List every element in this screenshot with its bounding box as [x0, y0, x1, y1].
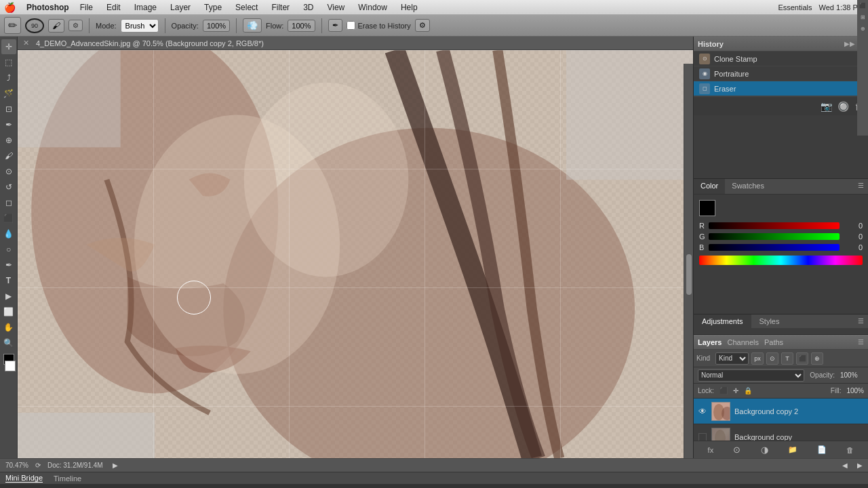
layer-adjustment-btn[interactable]: ◑ [761, 445, 768, 455]
panel-rt-btn1[interactable]: ⬛ [859, 3, 866, 9]
layer-type-filter-btn[interactable]: T [781, 352, 793, 365]
workspace-selector[interactable]: Essentials [778, 3, 812, 12]
menu-select[interactable]: Select [233, 3, 260, 12]
tool-gradient[interactable]: ⬛ [1, 211, 16, 226]
foreground-swatch[interactable] [699, 200, 715, 216]
layer-visibility-bg-copy[interactable] [698, 432, 707, 441]
tool-shape[interactable]: ⬜ [1, 304, 16, 319]
layer-shape-filter-btn[interactable]: ⬛ [796, 352, 808, 365]
opacity-value[interactable]: 100% [203, 20, 230, 32]
background-color[interactable] [5, 361, 16, 371]
tool-eraser[interactable]: ◻ [1, 195, 16, 210]
tool-clone[interactable]: ⊙ [1, 164, 16, 179]
airbrush-toggle[interactable]: 💨 [243, 18, 262, 33]
layer-item-bg-copy[interactable]: Background copy [694, 424, 868, 441]
tool-brush[interactable]: 🖌 [1, 148, 16, 163]
fill-value[interactable]: 100% [846, 387, 864, 394]
brush-settings-btn[interactable]: ⚙ [415, 19, 430, 32]
adjustments-tab[interactable]: Adjustments [694, 314, 751, 328]
brush-size-display[interactable]: 90 [25, 18, 44, 33]
menu-layer[interactable]: Layer [167, 3, 193, 12]
history-item-clone-stamp[interactable]: ⊙ Clone Stamp [694, 52, 868, 66]
menu-3d[interactable]: 3D [300, 3, 316, 12]
layer-delete-btn[interactable]: 🗑 [846, 446, 854, 454]
r-bar[interactable] [709, 222, 840, 229]
layer-item-bg-copy-2[interactable]: 👁 Background copy 2 [694, 399, 868, 424]
flow-value[interactable]: 100% [288, 20, 315, 32]
panel-rt-btn3[interactable]: ⊕ [861, 26, 865, 32]
color-tab-swatches[interactable]: Swatches [725, 179, 771, 194]
b-bar[interactable] [709, 244, 840, 251]
channels-tab[interactable]: Channels [727, 338, 758, 346]
tool-blur[interactable]: 💧 [1, 226, 16, 241]
brush-options[interactable]: ⚙ [68, 20, 83, 31]
status-icon[interactable]: ⟳ [35, 462, 41, 469]
layer-kind-select[interactable]: Kind Name Effect [715, 352, 749, 365]
play-btn[interactable]: ▶ [113, 462, 118, 469]
erase-to-history-checkbox[interactable] [347, 21, 355, 30]
tool-text[interactable]: T [1, 273, 16, 288]
lock-all-btn[interactable]: 🔒 [744, 387, 752, 394]
tool-pen[interactable]: ✒ [1, 258, 16, 272]
menu-filter[interactable]: Filter [269, 3, 292, 12]
vertical-scrollbar[interactable] [684, 64, 693, 458]
scroll-right-btn[interactable]: ▶ [857, 462, 863, 469]
layer-pixel-filter-btn[interactable]: px [751, 352, 764, 365]
history-item-portraiture[interactable]: ◉ Portraiture [694, 66, 868, 81]
menu-edit[interactable]: Edit [104, 3, 123, 12]
tool-icon[interactable]: ✏ [4, 17, 21, 34]
tablet-pressure-btn[interactable]: ✒ [328, 19, 342, 32]
tool-zoom[interactable]: 🔍 [1, 336, 16, 350]
color-panel-menu[interactable]: ☰ [854, 179, 868, 194]
opacity-value[interactable]: 100% [840, 371, 864, 379]
tool-path-select[interactable]: ▶ [1, 289, 16, 304]
history-panel-header[interactable]: History ▶▶ ☰ ⬛ ⊞ ⊕ [694, 37, 868, 52]
layers-panel-menu[interactable]: ☰ [858, 338, 864, 346]
layer-visibility-bg-copy-2[interactable]: 👁 [698, 407, 707, 416]
menu-window[interactable]: Window [355, 3, 390, 12]
history-expand-icon[interactable]: ▶▶ [844, 40, 855, 47]
blend-mode-select[interactable]: Normal Multiply Screen Overlay [698, 369, 804, 382]
tool-heal[interactable]: ⊕ [1, 133, 16, 148]
layer-fx-btn[interactable]: fx [708, 446, 714, 454]
canvas-content[interactable] [18, 50, 693, 458]
lock-move-btn[interactable]: ✛ [733, 387, 738, 394]
tool-dodge[interactable]: ○ [1, 242, 16, 257]
styles-tab[interactable]: Styles [751, 314, 788, 328]
layer-group-btn[interactable]: 📁 [788, 445, 797, 454]
tool-crop[interactable]: ⊡ [1, 102, 16, 117]
mini-bridge-tab[interactable]: Mini Bridge [5, 474, 43, 483]
tool-history-brush[interactable]: ↺ [1, 180, 16, 195]
menu-type[interactable]: Type [201, 3, 224, 12]
layer-mask-btn[interactable]: ⊙ [733, 445, 741, 455]
menu-view[interactable]: View [324, 3, 347, 12]
adj-menu[interactable]: ☰ [854, 314, 868, 328]
mode-select[interactable]: Brush Pencil Block [121, 19, 159, 33]
layer-adjust-filter-btn[interactable]: ⊙ [766, 352, 778, 365]
history-item-eraser[interactable]: ◻ Eraser [694, 81, 868, 96]
history-new-snapshot-btn[interactable]: 📷 [821, 101, 832, 112]
scroll-left-btn[interactable]: ◀ [842, 462, 848, 469]
color-tab-color[interactable]: Color [694, 179, 725, 194]
layer-smart-filter-btn[interactable]: ⊕ [811, 352, 823, 365]
menu-file[interactable]: File [77, 3, 96, 12]
panel-rt-btn2[interactable]: ⊞ [861, 14, 865, 20]
tool-marquee[interactable]: ⬚ [1, 55, 16, 70]
tool-hand[interactable]: ✋ [1, 320, 16, 335]
tool-eyedropper[interactable]: ✒ [1, 117, 16, 132]
tool-magic-wand[interactable]: 🪄 [1, 86, 16, 101]
tool-lasso[interactable]: ⤴ [1, 70, 16, 85]
g-bar[interactable] [709, 233, 840, 240]
color-spectrum-bar[interactable] [699, 256, 863, 265]
history-camera-btn[interactable]: 🔘 [837, 101, 849, 112]
tool-move[interactable]: ✛ [1, 39, 16, 54]
brush-picker[interactable]: 🖌 [48, 19, 64, 33]
layers-tab-active[interactable]: Layers [698, 338, 722, 346]
menu-image[interactable]: Image [132, 3, 159, 12]
apple-menu[interactable]: 🍎 [4, 2, 16, 13]
menu-help[interactable]: Help [398, 3, 420, 12]
timeline-tab[interactable]: Timeline [54, 474, 81, 483]
layer-new-btn[interactable]: 📄 [817, 445, 827, 454]
lock-pixels-btn[interactable]: ⬛ [719, 387, 728, 394]
close-tab-btn[interactable]: ✕ [23, 39, 29, 47]
